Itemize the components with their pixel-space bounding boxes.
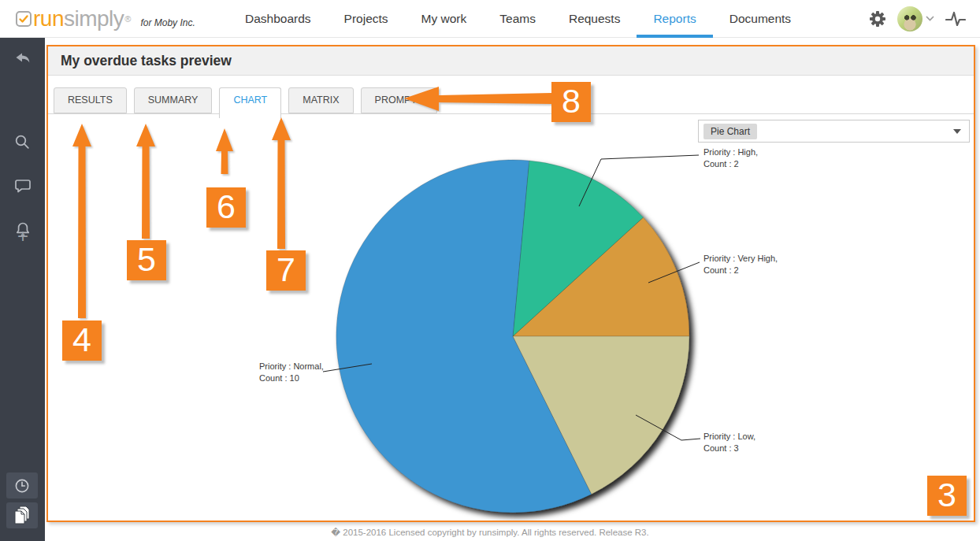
callout-high-line2: Count : 2: [703, 158, 758, 170]
nav-item-teams[interactable]: Teams: [483, 0, 552, 38]
callout-very-high: Priority : Very High, Count : 2: [703, 253, 778, 276]
checkbox-check-icon: [16, 11, 32, 27]
callout-low-line1: Priority : Low,: [703, 431, 755, 443]
callout-high: Priority : High, Count : 2: [703, 146, 758, 170]
callout-normal-line1: Priority : Normal,: [259, 361, 324, 372]
tab-chart[interactable]: CHART: [219, 87, 281, 118]
callout-high-line1: Priority : High,: [703, 146, 758, 158]
logo-tagline: for Moby Inc.: [140, 17, 195, 28]
chat-icon[interactable]: [13, 176, 32, 195]
callout-normal: Priority : Normal, Count : 10: [259, 361, 324, 384]
app-window: runsimply® for Moby Inc. Dashboards Proj…: [0, 0, 980, 541]
nav-item-dashboards[interactable]: Dashboards: [228, 0, 328, 38]
nav-item-my-work[interactable]: My work: [405, 0, 484, 38]
runsimply-logo[interactable]: runsimply® for Moby Inc.: [0, 6, 228, 31]
plus-icon[interactable]: +: [13, 228, 32, 246]
nav-item-projects[interactable]: Projects: [328, 0, 405, 38]
clock-icon[interactable]: [6, 472, 38, 498]
user-avatar[interactable]: [897, 6, 922, 31]
pulse-icon[interactable]: [945, 9, 966, 28]
nav-item-documents[interactable]: Documents: [713, 0, 807, 38]
callout-low-line2: Count : 3: [703, 443, 755, 454]
footer-copyright: � 2015-2016 Licensed copyright by runsim…: [0, 524, 980, 541]
callout-normal-line2: Count : 10: [259, 372, 324, 384]
chevron-down-icon: [926, 16, 934, 21]
registered-mark: ®: [124, 14, 131, 24]
nav-item-reports[interactable]: Reports: [637, 0, 712, 38]
search-icon[interactable]: [13, 133, 32, 152]
callout-very-high-line1: Priority : Very High,: [703, 253, 778, 265]
callout-very-high-line2: Count : 2: [703, 265, 778, 276]
callout-low: Priority : Low, Count : 3: [703, 431, 755, 454]
top-navigation-bar: runsimply® for Moby Inc. Dashboards Proj…: [0, 0, 980, 38]
report-preview-panel: My overdue tasks preview RESULTS SUMMARY…: [46, 45, 975, 522]
nav-item-requests[interactable]: Requests: [552, 0, 637, 38]
logo-word-simply: simply: [64, 6, 124, 31]
left-sidebar: +: [0, 38, 45, 541]
pie-chart: [48, 46, 974, 521]
nav-menu: Dashboards Projects My work Teams Reques…: [228, 0, 807, 38]
logo-word-run: run: [33, 6, 64, 31]
nav-right-controls: [869, 6, 980, 31]
user-menu[interactable]: [897, 6, 934, 31]
gear-icon[interactable]: [869, 10, 886, 28]
back-arrow-icon[interactable]: [13, 50, 32, 69]
